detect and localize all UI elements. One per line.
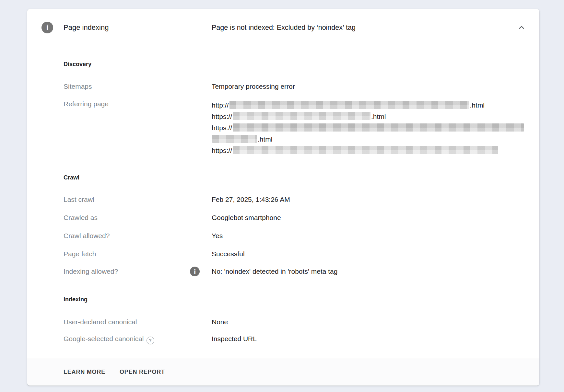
row-value: Feb 27, 2025, 1:43:26 AM (212, 195, 526, 204)
row-value: No: 'noindex' detected in 'robots' meta … (212, 267, 526, 276)
url-prefix: https:// (212, 113, 232, 120)
url-prefix: http:// (212, 101, 229, 109)
section-title-indexing: Indexing (64, 295, 88, 303)
row-value: Googlebot smartphone (212, 213, 526, 222)
redacted-url-segment (212, 135, 257, 143)
referring-url: https:// (212, 145, 526, 156)
panel-footer: LEARN MORE OPEN REPORT (27, 359, 539, 385)
row-label: User-declared canonical (64, 317, 212, 327)
section-title-discovery: Discovery (64, 60, 91, 68)
row-label: Crawl allowed? (64, 231, 212, 240)
row-label: Page fetch (64, 249, 212, 259)
row-crawled-as: Crawled as Googlebot smartphone (64, 213, 526, 222)
url-prefix: https:// (212, 124, 232, 132)
row-crawl-allowed: Crawl allowed? Yes (64, 231, 526, 240)
info-icon[interactable]: i (190, 267, 200, 276)
referring-url: .html (212, 133, 526, 145)
page-background: { "panel": { "header": { "title": "Page … (0, 0, 564, 392)
row-label: Indexing allowed? (64, 267, 212, 276)
row-label: Crawled as (64, 213, 212, 222)
referring-url: https://.html (212, 111, 526, 122)
help-icon[interactable]: ? (147, 337, 154, 344)
redacted-url-segment (233, 123, 524, 132)
url-suffix: .html (371, 113, 386, 120)
url-suffix: .html (258, 135, 273, 143)
row-page-fetch: Page fetch Successful (64, 249, 526, 259)
url-prefix: https:// (212, 147, 232, 154)
learn-more-button[interactable]: LEARN MORE (64, 369, 105, 375)
referring-url-list: http://.html https://.html https:// .htm… (212, 99, 526, 156)
section-title-crawl: Crawl (64, 174, 79, 181)
url-suffix: .html (470, 101, 485, 109)
row-last-crawl: Last crawl Feb 27, 2025, 1:43:26 AM (64, 195, 526, 204)
row-value: Successful (212, 249, 526, 259)
referring-url: http://.html (212, 99, 526, 111)
info-icon: i (41, 22, 53, 33)
row-value: None (212, 317, 526, 327)
row-value: Yes (212, 231, 526, 240)
row-indexing-allowed: Indexing allowed? i No: 'noindex' detect… (64, 267, 526, 276)
page-indexing-panel: i Page indexing Page is not indexed: Exc… (27, 9, 539, 386)
row-user-declared-canonical: User-declared canonical None (64, 317, 526, 327)
panel-header[interactable]: i Page indexing Page is not indexed: Exc… (27, 9, 539, 46)
row-value: Inspected URL (212, 334, 526, 343)
row-google-selected-canonical: Google-selected canonical? Inspected URL (64, 334, 526, 344)
index-status-text: Page is not indexed: Excluded by ‘noinde… (212, 23, 356, 31)
row-label: Google-selected canonical? (64, 334, 212, 344)
row-sitemaps: Sitemaps Temporary processing error (64, 82, 526, 91)
redacted-url-segment (229, 101, 469, 109)
row-label: Last crawl (64, 195, 212, 204)
referring-url: https:// (212, 122, 526, 133)
row-label: Sitemaps (64, 82, 212, 91)
open-report-button[interactable]: OPEN REPORT (120, 369, 165, 375)
redacted-url-segment (233, 146, 498, 154)
redacted-url-segment (233, 112, 370, 120)
chevron-up-icon[interactable] (517, 23, 526, 32)
row-value: Temporary processing error (212, 82, 526, 91)
row-label-text: Google-selected canonical (64, 335, 144, 342)
row-label: Referring page (64, 99, 212, 109)
row-referring-page: Referring page http://.html https://.htm… (64, 99, 526, 156)
panel-title: Page indexing (64, 23, 109, 32)
